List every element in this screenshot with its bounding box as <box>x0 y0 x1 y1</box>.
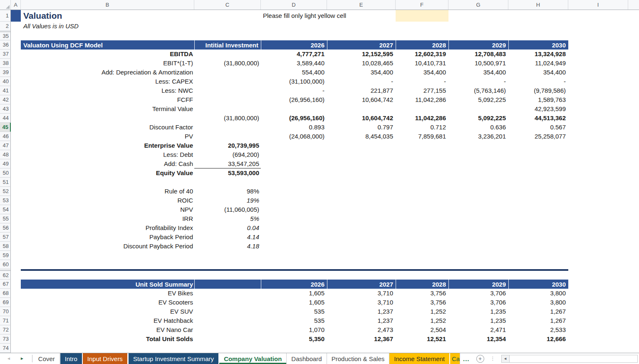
blank-cell[interactable] <box>194 334 261 344</box>
value-cell-2029[interactable]: 0.636 <box>448 123 508 132</box>
sheet-tab[interactable]: Income Statement <box>389 353 450 364</box>
row-label-cell[interactable]: EV Hatchback <box>21 316 194 325</box>
row-header[interactable]: 1 <box>0 10 11 22</box>
row-label-cell[interactable]: PV <box>21 132 194 141</box>
value-cell-2030[interactable]: 1,589,763 <box>508 95 568 104</box>
row-header[interactable]: 41 <box>0 86 11 95</box>
value-cell-2029[interactable]: 5,092,225 <box>448 114 508 123</box>
sheet-tab[interactable]: Dashboard <box>287 353 327 364</box>
value-cell-2028[interactable]: 354,400 <box>396 68 448 77</box>
row-header[interactable]: 49 <box>0 159 11 168</box>
value-cell-2027[interactable]: 12,367 <box>327 334 396 344</box>
value-cell-2029[interactable]: 1,235 <box>448 307 508 316</box>
row-header[interactable]: 37 <box>0 50 11 59</box>
metric-label-cell[interactable]: Rule of 40 <box>21 187 194 196</box>
row-header[interactable]: 51 <box>0 178 11 187</box>
row-header[interactable]: 55 <box>0 214 11 223</box>
value-cell-2027[interactable]: 3,710 <box>327 289 396 298</box>
year-header[interactable]: 2029 <box>448 40 508 50</box>
row-label-cell[interactable]: Add: Depreciation & Amortization <box>21 68 194 77</box>
row-header[interactable]: 69 <box>0 298 11 307</box>
value-cell-2029[interactable]: 354,400 <box>448 68 508 77</box>
blank-cell[interactable] <box>194 307 261 316</box>
column-header[interactable]: F <box>396 0 448 10</box>
value-cell-2030[interactable]: 12,666 <box>508 334 568 344</box>
cell-a1-accent[interactable] <box>11 10 21 22</box>
metric-label-cell[interactable]: IRR <box>21 214 194 223</box>
initial-investment-cell[interactable] <box>194 86 261 95</box>
row-header[interactable]: 74 <box>0 344 11 353</box>
select-all-corner[interactable] <box>0 0 11 10</box>
value-cell-2028[interactable]: 12,521 <box>396 334 448 344</box>
row-header[interactable]: 52 <box>0 187 11 196</box>
initial-investment-cell[interactable] <box>194 50 261 59</box>
value-cell-2030[interactable]: 13,324,928 <box>508 50 568 59</box>
row-label-cell[interactable]: Less: NWC <box>21 86 194 95</box>
value-cell-2029[interactable]: 12,354 <box>448 334 508 344</box>
initial-investment-cell[interactable] <box>194 123 261 132</box>
value-cell-2030[interactable]: 354,400 <box>508 68 568 77</box>
value-cell-2028[interactable]: 11,042,286 <box>396 95 448 104</box>
row-header[interactable]: 50 <box>0 168 11 178</box>
row-header[interactable]: 68 <box>0 289 11 298</box>
value-cell-2028[interactable]: 3,756 <box>396 298 448 307</box>
dcf-table-title[interactable]: Valuaton Using DCF Model <box>21 40 194 50</box>
value-cell-2026[interactable]: (31,100,000) <box>261 77 327 86</box>
row-header[interactable]: 35 <box>0 32 11 40</box>
column-header[interactable]: I <box>568 0 628 10</box>
row-header[interactable]: 38 <box>0 59 11 68</box>
value-cell-2026[interactable]: - <box>261 86 327 95</box>
row-label-cell[interactable]: Less: Debt <box>21 150 194 159</box>
value-cell-2028[interactable]: 0.712 <box>396 123 448 132</box>
row-header[interactable]: 42 <box>0 95 11 104</box>
summary-value-cell[interactable]: (694,200) <box>194 150 261 159</box>
metric-value-cell[interactable]: (11,060,005) <box>194 205 261 214</box>
blank-cell[interactable] <box>194 325 261 334</box>
row-label-cell[interactable]: EBIT*(1-T) <box>21 59 194 68</box>
row-label-cell[interactable]: FCFF <box>21 95 194 104</box>
value-cell-2029[interactable]: - <box>448 77 508 86</box>
value-cell-2029[interactable]: 12,708,483 <box>448 50 508 59</box>
value-cell-2027[interactable]: 10,028,465 <box>327 59 396 68</box>
value-cell-2029[interactable]: 1,235 <box>448 316 508 325</box>
tabs-scroll-left-icon[interactable]: ◄ <box>7 357 11 361</box>
metric-value-cell[interactable]: 19% <box>194 196 261 205</box>
column-header[interactable]: H <box>508 0 568 10</box>
column-header[interactable]: C <box>194 0 261 10</box>
value-cell-2027[interactable]: 8,454,035 <box>327 132 396 141</box>
initial-investment-cell[interactable]: (31,800,000) <box>194 59 261 68</box>
metric-value-cell[interactable]: 4.14 <box>194 233 261 242</box>
row-header[interactable]: 36 <box>0 40 11 50</box>
value-cell-2026[interactable]: 1,605 <box>261 289 327 298</box>
value-cell-2030[interactable]: 3,800 <box>508 289 568 298</box>
metric-value-cell[interactable]: 4.18 <box>194 242 261 251</box>
metric-label-cell[interactable]: Payback Period <box>21 233 194 242</box>
row-label-cell[interactable]: Terminal Value <box>21 104 194 114</box>
sheet-tab[interactable]: Ca <box>450 353 460 364</box>
sheet-tab[interactable]: Input Drivers <box>83 353 128 364</box>
page-title[interactable]: Valuation <box>23 10 62 22</box>
metric-label-cell[interactable]: NPV <box>21 205 194 214</box>
row-label-cell[interactable]: Enterprise Value <box>21 141 194 150</box>
value-cell-2026[interactable]: (26,956,160) <box>261 95 327 104</box>
value-cell-2028[interactable]: 1,252 <box>396 307 448 316</box>
column-header[interactable]: G <box>448 0 508 10</box>
value-cell-2027[interactable]: 0.797 <box>327 123 396 132</box>
row-label-cell[interactable]: Less: CAPEX <box>21 77 194 86</box>
value-cell-2030[interactable]: 11,024,949 <box>508 59 568 68</box>
row-header[interactable]: 44 <box>0 114 11 123</box>
input-cell-yellow[interactable] <box>396 10 448 22</box>
metric-label-cell[interactable]: Discount Payback Period <box>21 242 194 251</box>
value-cell-2029[interactable]: 3,706 <box>448 298 508 307</box>
value-cell-2026[interactable]: 1,070 <box>261 325 327 334</box>
initial-investment-cell[interactable] <box>194 77 261 86</box>
value-cell-2026[interactable]: 535 <box>261 307 327 316</box>
row-header[interactable]: 60 <box>0 260 11 269</box>
column-header[interactable]: E <box>327 0 396 10</box>
metric-label-cell[interactable]: ROIC <box>21 196 194 205</box>
value-cell-2028[interactable]: 11,042,286 <box>396 114 448 123</box>
value-cell-2028[interactable]: 12,602,319 <box>396 50 448 59</box>
scrollbar-left-button[interactable]: ◄ <box>501 355 510 363</box>
tabs-scroll-right-icon[interactable]: ► <box>20 357 24 361</box>
row-label-cell[interactable]: Discount Factor <box>21 123 194 132</box>
